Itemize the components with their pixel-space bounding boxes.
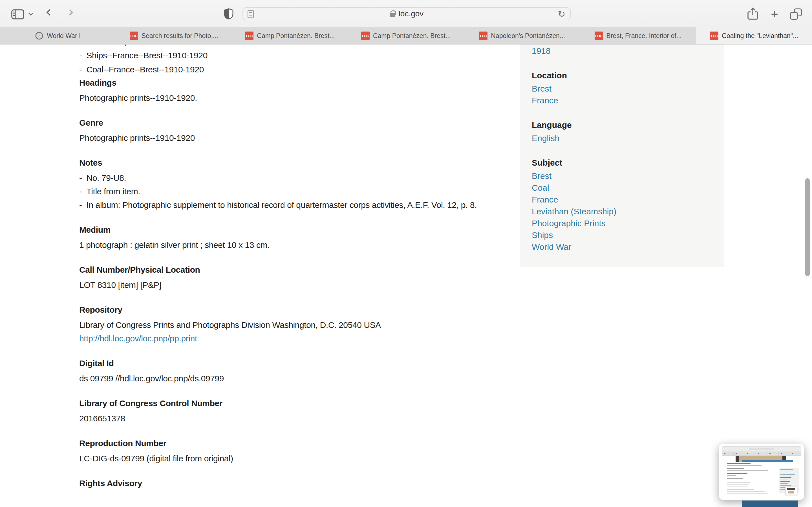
section-heading: Medium [79,224,519,236]
tab-0[interactable]: World War I [0,27,116,44]
mini-text-line [727,491,765,492]
section-heading: Call Number/Physical Location [79,264,519,276]
new-tab-button[interactable]: + [768,8,781,20]
metadata-section: Digital Idds 09799 //hdl.loc.gov/loc.pnp… [79,357,519,385]
sidebar-toggle-button[interactable] [11,9,24,19]
section-heading: Rights Advisory [79,477,519,490]
screenshot-preview-thumbnail[interactable] [719,444,804,500]
address-bar[interactable]: loc.gov ↻ [243,7,571,20]
mini-text-line [727,489,754,490]
tab-overview-button[interactable] [789,8,803,20]
mini-text-line [780,479,788,480]
mini-text-line [780,483,788,484]
metadata-section: GenrePhotographic prints--1910-1920 [79,117,519,145]
mini-text-line [727,475,737,476]
section-value: In album: Photographic supplement to his… [79,198,519,212]
section-value: 2016651378 [79,412,519,425]
facet-link[interactable]: Leviathan (Steamship) [532,206,724,217]
section-heading: Notes [79,157,519,169]
mini-text-line [727,486,748,487]
facet-link[interactable]: Brest [532,83,724,95]
reload-button[interactable]: ↻ [556,8,567,20]
browser-toolbar: loc.gov ↻ + [0,0,812,27]
metadata-section: Rights Advisory [79,477,519,490]
mini-tab-bar [722,452,801,456]
chevron-down-icon[interactable] [29,11,33,15]
mini-text-line [727,493,768,494]
facet-link[interactable]: France [532,194,724,206]
lock-icon [390,13,395,17]
loc-favicon: LOC [710,32,718,40]
facet-sidebar: 1918 LocationBrestFranceLanguageEnglishS… [520,45,724,267]
facet-link[interactable]: Ships [532,229,724,241]
tab-4[interactable]: LOCNapoleon's Pontanèzen... [464,27,580,44]
mini-text-line [727,463,751,464]
metadata-section: RepositoryLibrary of Congress Prints and… [79,304,519,345]
bottom-blue-bar [742,501,798,507]
facet-link[interactable]: Brest [532,170,724,182]
mini-enlarge-button [742,460,793,462]
toolbar-divider [27,11,27,18]
facet-link-1918[interactable]: 1918 [532,45,724,57]
mini-text-line [727,480,749,480]
screenshot-preview-content [722,446,801,497]
mini-text-line [780,469,793,470]
loc-favicon: LOC [479,32,488,40]
facet-link[interactable]: France [532,95,724,107]
mini-text-line [780,474,795,475]
section-value: Photographic prints--1910-1920. [79,91,519,105]
metadata-section: HeadingsPhotographic prints--1910-1920. [79,76,519,105]
section-value: LOT 8310 [item] [P&P] [79,278,519,292]
section-value: 1 photograph : gelatin silver print ; sh… [79,238,519,252]
tab-label: Search results for Photo,... [142,32,218,40]
tab-bar: World War ILOCSearch results for Photo,.… [0,27,812,45]
section-heading: Reproduction Number [79,437,519,450]
mini-nested-thumbnail [785,487,797,495]
mini-text-line [780,482,790,482]
section-value: Library of Congress Prints and Photograp… [79,318,519,332]
mini-text-line [727,478,743,478]
compass-favicon [35,32,43,40]
section-heading: Repository [79,304,519,316]
facet-link[interactable]: World War [532,241,724,253]
mini-text-line [727,468,744,469]
url-text[interactable]: loc.gov [399,9,424,18]
facet-link[interactable]: Coal [532,182,724,194]
section-heading: Library of Congress Control Number [79,397,519,409]
vertical-scrollbar[interactable] [805,178,810,276]
section-heading: Genre [79,117,519,129]
item-metadata: World War, 1914-1918. Ships--France--Bre… [79,45,519,492]
facet-header: Subject [532,157,724,169]
metadata-section: Reproduction NumberLC-DIG-ds-09799 (digi… [79,437,519,465]
section-value: Title from item. [79,185,519,198]
mini-text-line [780,485,792,486]
clipped-list-item: World War, 1914-1918. [79,45,519,48]
loc-favicon: LOC [361,32,370,40]
facet-link[interactable]: English [532,132,724,144]
tab-label: Coaling the "Levianthan"... [722,32,798,40]
section-value: No. 79-U8. [79,171,519,185]
section-heading: Digital Id [79,357,519,370]
metadata-section: Library of Congress Control Number201665… [79,397,519,425]
section-link[interactable]: http://hdl.loc.gov/loc.pnp/pp.print [79,332,519,345]
tab-1[interactable]: LOCSearch results for Photo,... [116,27,232,44]
facet-link[interactable]: Photographic Prints [532,217,724,229]
tab-label: Camp Pontanèzen. Brest... [257,32,335,40]
privacy-shield-button[interactable] [224,8,234,19]
mini-text-line [727,470,768,471]
tab-3[interactable]: LOCCamp Pontanèzen. Brest... [348,27,464,44]
tab-label: Napoleon's Pontanèzen... [491,32,565,40]
section-heading: Headings [79,76,519,89]
tab-6[interactable]: LOCCoaling the "Levianthan"... [696,27,812,44]
metadata-section: Call Number/Physical LocationLOT 8310 [i… [79,264,519,292]
mini-text-line [780,477,792,478]
list-item: Ships--France--Brest--1910-1920 [79,48,519,62]
tab-2[interactable]: LOCCamp Pontanèzen. Brest... [232,27,348,44]
mini-text-line [727,484,749,485]
forward-button[interactable] [68,10,72,15]
tab-5[interactable]: LOCBrest, France. Interior of... [580,27,696,44]
share-button[interactable] [747,7,758,20]
mini-text-line [727,482,751,483]
section-value: ds 09799 //hdl.loc.gov/loc.pnp/ds.09799 [79,372,519,385]
back-button[interactable] [47,10,52,15]
